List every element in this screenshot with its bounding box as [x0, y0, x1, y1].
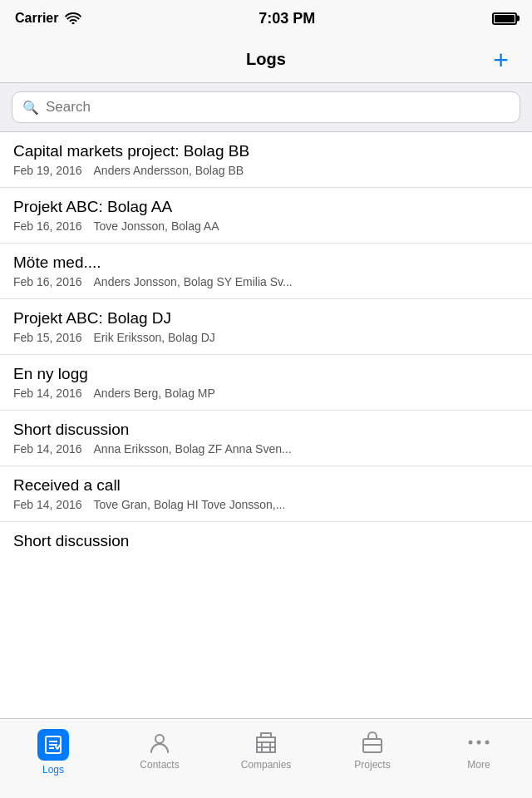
log-title: Möte med....	[13, 254, 519, 272]
log-subtitle: Feb 14, 2016Anders Berg, Bolag MP	[13, 387, 519, 400]
log-subtitle: Feb 14, 2016Tove Gran, Bolag HI Tove Jon…	[13, 498, 519, 511]
log-subtitle: Feb 19, 2016Anders Andersson, Bolag BB	[13, 164, 519, 177]
tab-companies[interactable]: Companies	[213, 726, 319, 774]
search-bar[interactable]: 🔍	[12, 91, 520, 123]
add-log-button[interactable]: +	[486, 47, 515, 73]
log-list: Capital markets project: Bolag BBFeb 19,…	[0, 132, 532, 547]
tab-contacts-label: Contacts	[140, 759, 179, 771]
svg-rect-5	[257, 737, 275, 752]
tab-projects-label: Projects	[354, 759, 390, 771]
list-item[interactable]: Short discussion	[0, 522, 532, 547]
list-item[interactable]: Short discussionFeb 14, 2016Anna Eriksso…	[0, 411, 532, 466]
nav-bar: Logs +	[0, 37, 532, 83]
logs-icon-bg	[37, 729, 69, 761]
log-subtitle: Feb 15, 2016Erik Eriksson, Bolag DJ	[13, 331, 519, 344]
status-left: Carrier	[15, 11, 81, 26]
tab-more-label: More	[467, 759, 490, 771]
list-item[interactable]: Projekt ABC: Bolag AAFeb 16, 2016Tove Jo…	[0, 188, 532, 244]
tab-logs[interactable]: Logs	[0, 726, 106, 779]
log-title: Short discussion	[13, 532, 519, 547]
tab-projects[interactable]: Projects	[319, 726, 426, 774]
contacts-icon	[146, 729, 173, 756]
list-item[interactable]: Projekt ABC: Bolag DJFeb 15, 2016Erik Er…	[0, 299, 532, 355]
svg-point-4	[155, 735, 164, 743]
svg-point-13	[469, 741, 473, 745]
wifi-icon	[65, 12, 81, 24]
log-title: Projekt ABC: Bolag DJ	[13, 309, 519, 328]
companies-icon	[253, 729, 279, 756]
log-title: Projekt ABC: Bolag AA	[13, 198, 519, 216]
log-title: Received a call	[13, 476, 519, 495]
page-title: Logs	[246, 50, 286, 69]
more-icon	[466, 729, 492, 756]
log-title: Capital markets project: Bolag BB	[13, 142, 519, 160]
list-item[interactable]: Möte med....Feb 16, 2016Anders Jonsson, …	[0, 244, 532, 299]
log-subtitle: Feb 16, 2016Tove Jonsson, Bolag AA	[13, 219, 519, 233]
search-container: 🔍	[0, 83, 532, 132]
list-item[interactable]: Capital markets project: Bolag BBFeb 19,…	[0, 132, 532, 188]
tab-more[interactable]: More	[426, 726, 532, 774]
list-item[interactable]: En ny loggFeb 14, 2016Anders Berg, Bolag…	[0, 355, 532, 411]
battery-icon	[492, 12, 517, 25]
search-input[interactable]	[46, 99, 510, 116]
search-icon: 🔍	[22, 100, 39, 116]
carrier-label: Carrier	[15, 11, 58, 26]
tab-contacts[interactable]: Contacts	[106, 726, 213, 774]
tab-logs-label: Logs	[42, 764, 64, 776]
log-title: En ny logg	[13, 365, 519, 383]
status-bar: Carrier 7:03 PM	[0, 0, 532, 37]
log-title: Short discussion	[13, 421, 519, 439]
log-subtitle: Feb 16, 2016Anders Jonsson, Bolag SY Emi…	[13, 275, 519, 288]
log-subtitle: Feb 14, 2016Anna Eriksson, Bolag ZF Anna…	[13, 442, 519, 456]
list-item[interactable]: Received a callFeb 14, 2016Tove Gran, Bo…	[0, 466, 532, 522]
status-time: 7:03 PM	[259, 10, 315, 27]
svg-rect-6	[261, 733, 271, 737]
tab-companies-label: Companies	[241, 759, 292, 771]
tab-bar: Logs Contacts Companies	[0, 718, 532, 798]
svg-point-14	[477, 741, 481, 745]
projects-icon	[359, 729, 386, 756]
svg-point-15	[485, 741, 490, 745]
